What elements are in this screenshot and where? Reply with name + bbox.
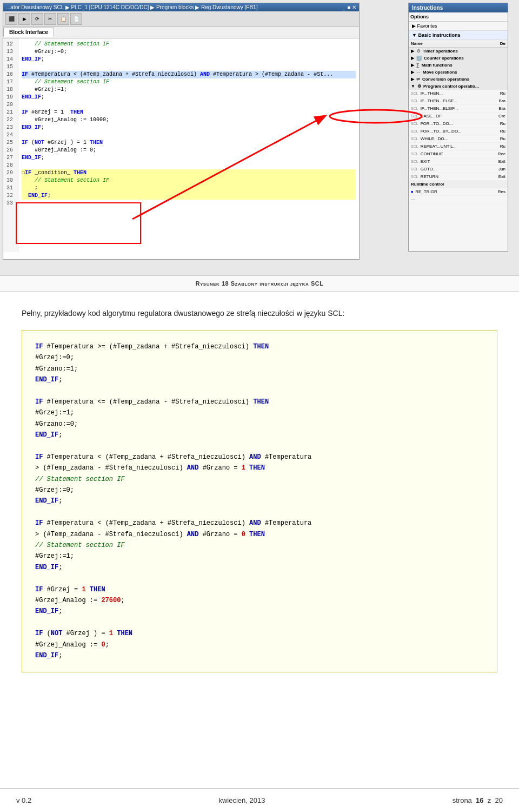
scl-repeat-until[interactable]: SCL REPEAT...UNTIL... Ru [409, 143, 508, 150]
block-interface-tab[interactable]: Block Interface [3, 28, 54, 37]
code-line-22: #Grzej_Analog := 10000; [22, 116, 356, 124]
code-line-32: END_IF; [22, 192, 356, 200]
footer: v 0.2 kwiecień, 2013 strona 16 z 20 [0, 788, 519, 812]
conversion-operations-group[interactable]: ▶ ⇄ Conversion operations [409, 76, 508, 83]
instructions-header: Name De [409, 40, 508, 48]
code-line-27: END_IF; [22, 154, 356, 162]
caption: Rysunek 18 Szablony instrukcji języka SC… [0, 276, 519, 292]
scl-more: --- [409, 196, 508, 203]
scl-if-then[interactable]: SCL IF...THEN... Ru [409, 90, 508, 97]
code-line-18: #Grzej:=1; [22, 86, 356, 94]
program-control-group[interactable]: ▼ ⚙ Program control operatio... [409, 83, 508, 90]
code-line-29: ☐IF _condition_ THEN [22, 169, 356, 177]
runtime-control-group: Runtime control [409, 181, 508, 188]
main-content: Pełny, przykładowy kod algorytmu regulat… [0, 292, 519, 705]
name-col-header: Name [411, 41, 500, 46]
scl-return[interactable]: SCL RETURN Exit [409, 173, 508, 181]
scl-goto[interactable]: SCL GOTO... Jun [409, 166, 508, 173]
caption-text: Rysunek 18 Szablony instrukcji języka SC… [196, 280, 324, 287]
favorites-item[interactable]: ▶ Favorites [409, 22, 508, 31]
code-line-28 [22, 162, 356, 169]
scl-exit[interactable]: SCL EXIT Exit [409, 158, 508, 166]
intro-paragraph: Pełny, przykładowy kod algorytmu regulat… [22, 308, 497, 319]
ide-title-text: ...ator Dwustanowy SCL ▶ PLC_1 [CPU 1214… [6, 4, 257, 10]
code-line-24 [22, 131, 356, 139]
ide-window: ...ator Dwustanowy SCL ▶ PLC_1 [CPU 1214… [3, 3, 360, 260]
code-line-26: #Grzej_Analog := 0; [22, 147, 356, 154]
code-line-16: IF #Temperatura < (#Temp_zadana + #Stref… [22, 71, 356, 78]
math-functions-group[interactable]: ▶ ∑ Math functions [409, 62, 508, 69]
toolbar-icon-2[interactable]: ▶ [18, 13, 30, 25]
instructions-panel: Instructions Options ▶ Favorites ▼ Basic… [408, 3, 508, 252]
code-line-30: // Statement section IF [22, 177, 356, 184]
code-line-12: // Statement section IF [22, 41, 356, 48]
code-line-15 [22, 63, 356, 71]
code-line-33 [22, 200, 356, 207]
ide-tabs: Block Interface [3, 27, 359, 38]
scl-continue[interactable]: SCL CONTINUE Rec [409, 150, 508, 158]
scl-while-do[interactable]: SCL WHILE...DO... Ru [409, 135, 508, 143]
code-line-20 [22, 101, 356, 109]
toolbar-icon-4[interactable]: ✂ [44, 13, 56, 25]
page-total: 20 [495, 796, 503, 804]
basic-instructions-item[interactable]: ▼ Basic instructions [409, 31, 508, 40]
instructions-items: ▶ ⏱ Timer operations ▶ 🔢 Counter operati… [409, 48, 508, 252]
scl-for-to-do[interactable]: SCL FOR...TO...DO... Ru [409, 120, 508, 128]
options-label: Options [409, 12, 508, 22]
screenshot-area: ...ator Dwustanowy SCL ▶ PLC_1 [CPU 1214… [0, 0, 519, 276]
scl-re-trigr[interactable]: ■ RE_TRIGR Res [409, 188, 508, 196]
ide-toolbar: ⬛ ▶ ⟳ ✂ 📋 📄 [3, 11, 359, 27]
code-line-21: IF #Grzej = 1 THEN [22, 109, 356, 116]
toolbar-icon-1[interactable]: ⬛ [5, 13, 17, 25]
ide-code-area: 1213141516171819202122232425262728293031… [3, 38, 359, 252]
code-line-23: END_IF; [22, 124, 356, 131]
ide-titlebar: ...ator Dwustanowy SCL ▶ PLC_1 [CPU 1214… [3, 3, 359, 11]
line-numbers: 1213141516171819202122232425262728293031… [3, 38, 18, 252]
instructions-title: Instructions [409, 3, 508, 12]
footer-date: kwiecień, 2013 [218, 796, 265, 804]
toolbar-icon-5[interactable]: 📋 [57, 13, 69, 25]
page-current: 16 [476, 796, 483, 804]
code-block: IF #Temperatura >= (#Temp_zadana + #Stre… [22, 330, 497, 672]
footer-page: strona 16 z 20 [453, 796, 503, 804]
code-line-25: IF (NOT #Grzej ) = 1 THEN [22, 139, 356, 147]
toolbar-icon-3[interactable]: ⟳ [31, 13, 43, 25]
scl-for-to-by-do[interactable]: SCL FOR...TO...BY...DO... Ru [409, 128, 508, 135]
code-content: // Statement section IF #Grzej:=0; END_I… [18, 38, 359, 252]
scl-if-then-elsif[interactable]: SCL IF...THEN...ELSIF... Bra [409, 105, 508, 113]
scl-case-of[interactable]: SCL CASE...OF Cre [409, 113, 508, 120]
footer-version: v 0.2 [16, 796, 31, 804]
timer-operations-group[interactable]: ▶ ⏱ Timer operations [409, 48, 508, 55]
code-line-13: #Grzej:=0; [22, 48, 356, 56]
page-label: strona [453, 796, 472, 804]
code-line-19: END_IF; [22, 94, 356, 101]
toolbar-icon-6[interactable]: 📄 [70, 13, 82, 25]
page-of: z [488, 796, 491, 804]
code-line-31: ; [22, 184, 356, 192]
ide-window-controls: _ ■ ✕ [343, 4, 356, 10]
move-operations-group[interactable]: ▶ ↔ Move operations [409, 69, 508, 76]
scl-if-then-else[interactable]: SCL IF...THEN...ELSE... Bra [409, 97, 508, 105]
code-line-17: // Statement section IF [22, 78, 356, 86]
counter-operations-group[interactable]: ▶ 🔢 Counter operations [409, 55, 508, 62]
desc-col-header: De [500, 41, 505, 46]
code-line-14: END_IF; [22, 56, 356, 63]
